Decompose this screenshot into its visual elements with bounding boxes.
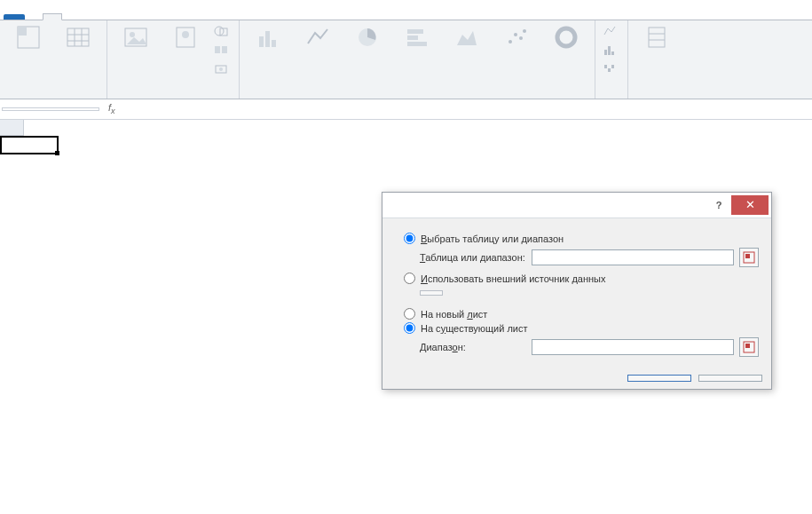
screenshot-button[interactable] [212, 59, 233, 77]
group-illustrations [107, 20, 240, 99]
svg-rect-30 [608, 46, 611, 55]
radio-select-range-label: Выбрать таблицу или диапазон [421, 233, 564, 244]
pivot-table-button[interactable] [5, 22, 51, 52]
svg-rect-2 [67, 28, 89, 46]
tab-view[interactable] [133, 14, 151, 20]
dest-input[interactable] [532, 339, 734, 355]
group-tables [0, 20, 107, 99]
radio-external-source[interactable] [404, 273, 415, 284]
dialog-help-button[interactable]: ? [706, 200, 731, 210]
svg-rect-35 [649, 28, 665, 47]
bar-chart-icon [404, 24, 430, 51]
sparkline-winloss-icon [603, 61, 617, 75]
dialog-close-button[interactable]: ✕ [731, 195, 769, 215]
select-all-corner[interactable] [0, 120, 24, 136]
tab-data[interactable] [98, 14, 115, 20]
formula-bar: fx [0, 99, 812, 120]
svg-rect-18 [265, 31, 270, 47]
cancel-button[interactable] [698, 375, 762, 382]
svg-rect-41 [745, 344, 750, 348]
tab-pagelayout[interactable] [62, 14, 80, 20]
sparkline-winloss-button[interactable] [601, 59, 622, 77]
line-chart-button[interactable] [295, 22, 341, 52]
range-label: Таблица или диапазон: [420, 252, 526, 263]
name-box[interactable] [2, 107, 99, 111]
line-chart-icon [304, 24, 331, 51]
ribbon [0, 20, 812, 99]
pie-chart-button[interactable] [344, 22, 390, 52]
column-chart-icon [255, 24, 281, 51]
clipart-button[interactable] [162, 22, 209, 52]
svg-rect-32 [604, 65, 607, 68]
range-picker-icon [743, 341, 755, 353]
svg-rect-34 [611, 65, 614, 68]
picture-icon [122, 24, 149, 51]
radio-new-sheet[interactable] [404, 308, 415, 320]
shapes-button[interactable] [212, 22, 233, 40]
group-label-charts [245, 95, 589, 99]
tab-review[interactable] [115, 14, 133, 20]
svg-rect-31 [611, 51, 614, 55]
other-charts-button[interactable] [543, 22, 589, 52]
copy-selection-marquee [0, 136, 2, 138]
pivot-table-icon [15, 24, 42, 51]
svg-point-28 [557, 28, 575, 46]
tab-formulas[interactable] [80, 14, 98, 20]
slicer-button[interactable] [634, 22, 680, 52]
svg-rect-39 [745, 254, 750, 258]
svg-point-25 [514, 33, 517, 36]
active-cell-indicator [0, 136, 59, 154]
dialog-titlebar[interactable]: ? ✕ [382, 193, 771, 218]
svg-rect-13 [215, 46, 220, 53]
radio-existing-sheet[interactable] [404, 322, 415, 334]
slicer-icon [643, 24, 670, 51]
tab-insert[interactable] [43, 13, 62, 20]
radio-select-range[interactable] [404, 233, 415, 244]
svg-rect-22 [407, 36, 418, 40]
fx-icon[interactable]: fx [101, 102, 122, 115]
smartart-button[interactable] [212, 41, 233, 59]
area-chart-button[interactable] [444, 22, 490, 52]
svg-point-24 [508, 40, 512, 43]
sparkline-line-button[interactable] [601, 22, 622, 40]
range-picker-icon [743, 251, 755, 264]
ok-button[interactable] [627, 375, 691, 382]
pie-chart-icon [354, 24, 381, 51]
sparkline-column-icon [603, 43, 617, 57]
clipart-icon [172, 24, 199, 51]
bar-chart-button[interactable] [394, 22, 440, 52]
dest-picker-button[interactable] [739, 337, 759, 357]
dest-label: Диапазон: [420, 342, 526, 352]
picture-button[interactable] [113, 22, 159, 52]
svg-rect-21 [407, 29, 423, 34]
group-sparklines [595, 20, 628, 99]
svg-rect-17 [259, 36, 264, 47]
table-button[interactable] [55, 22, 101, 52]
group-filter [628, 20, 685, 99]
smartart-icon [214, 43, 228, 57]
spreadsheet-grid[interactable] [0, 120, 812, 136]
column-chart-button[interactable] [245, 22, 291, 52]
create-pivot-dialog: ? ✕ Выбрать таблицу или диапазон Таблица… [382, 192, 772, 390]
sparkline-column-button[interactable] [601, 41, 622, 59]
svg-rect-29 [604, 50, 607, 55]
sparkline-line-icon [603, 24, 617, 38]
svg-point-27 [523, 29, 526, 33]
range-input[interactable] [532, 249, 734, 265]
group-label-sparklines [601, 95, 622, 99]
svg-point-26 [519, 36, 523, 40]
tab-file[interactable] [4, 14, 25, 20]
svg-point-16 [219, 67, 223, 71]
svg-rect-33 [608, 68, 611, 72]
svg-point-10 [182, 31, 189, 38]
area-chart-icon [453, 24, 480, 51]
group-label-illustrations [113, 95, 233, 99]
scatter-chart-button[interactable] [493, 22, 540, 52]
svg-rect-14 [222, 46, 227, 53]
tab-home[interactable] [25, 14, 43, 20]
choose-connection-button [420, 290, 443, 296]
ribbon-tabs [0, 0, 812, 20]
range-picker-button[interactable] [739, 248, 759, 267]
svg-point-8 [130, 32, 135, 37]
group-label-filter [634, 95, 680, 99]
